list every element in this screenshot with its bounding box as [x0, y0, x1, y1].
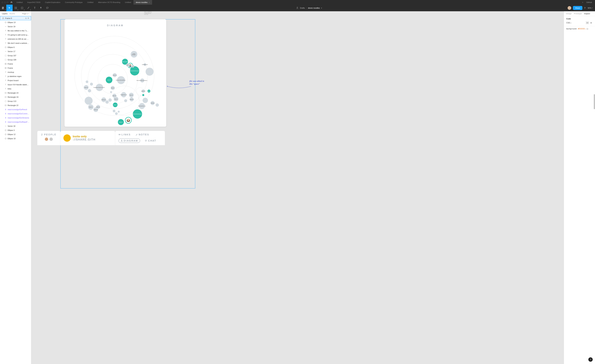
people-card[interactable]: 2 PEOPLE [37, 131, 60, 145]
move-tool[interactable]: ▾ [6, 5, 13, 11]
frame-tool[interactable]: ▾ [13, 5, 19, 11]
layer-item[interactable]: Tjs datetime regex [0, 74, 31, 78]
minimize-window[interactable] [4, 2, 6, 3]
group-icon [5, 59, 7, 61]
hand-tool[interactable] [38, 5, 44, 11]
breadcrumb: Drafts / devex noodles ▾ [50, 7, 568, 9]
css-output[interactable]: background: #E5E5E5; [564, 28, 595, 30]
notes-tab[interactable]: NOTES [136, 133, 149, 136]
diagram-tab-button[interactable]: DIAGRAM [119, 139, 140, 143]
code-view-icon[interactable]: <> [586, 21, 589, 24]
file-bubble [118, 111, 120, 113]
file-tab[interactable]: Inspo/04172020 [25, 0, 43, 5]
chat-tab[interactable]: CHAT [145, 139, 156, 143]
links-tab[interactable]: LINKS [119, 133, 131, 136]
github-link[interactable]: GitHub [585, 1, 593, 3]
maximize-window[interactable] [7, 2, 8, 3]
component-icon [5, 117, 7, 119]
prototype-tab[interactable]: Prototype [574, 13, 582, 14]
layer-item[interactable]: Tlinks [0, 87, 31, 91]
design-tab[interactable]: Design [566, 13, 572, 14]
new-tab-button[interactable]: + [581, 1, 585, 4]
layer-item[interactable]: Tmockup [0, 70, 31, 74]
layer-item[interactable]: react-icons/go/GoCommentDi... [0, 112, 31, 116]
layer-item[interactable]: Ellipse 12 [0, 132, 31, 136]
layer-item[interactable]: react-icons/go/GoPencil [0, 107, 31, 112]
layer-item[interactable]: react-icons/go/GoRepoForked [0, 120, 31, 124]
layer-item[interactable]: Ellipse 10 [0, 136, 31, 140]
layer-item[interactable]: TWe don't need a webview for ... [0, 41, 31, 45]
svg-point-43 [127, 119, 129, 121]
file-bubble: copilot.ts [147, 90, 150, 93]
file-bubble: Input.tsx [84, 85, 88, 90]
layer-item[interactable]: Vector 17 [0, 49, 31, 53]
layer-item[interactable]: Vector 18 [0, 124, 31, 128]
diagram-card[interactable]: DIAGRAM copilot-promptli...snippy.overla… [64, 19, 166, 127]
layer-item[interactable]: Rectangle 22 [0, 103, 31, 107]
layer-item[interactable]: Textension.ts:188 do we need t... [0, 37, 31, 41]
layer-item[interactable]: react-icons/go/GoVersions [0, 116, 31, 120]
file-tab[interactable]: Copilot Exploration [43, 0, 63, 5]
layer-item[interactable]: Group 109 [0, 58, 31, 62]
list-view-icon[interactable]: ☰ [589, 21, 593, 24]
layer-item[interactable]: Frame [0, 62, 31, 66]
file-tab[interactable]: devex noodles× [134, 0, 152, 5]
user-avatar[interactable] [568, 6, 571, 10]
file-bubble: App.tsx [129, 93, 134, 97]
layer-item[interactable]: Frame [0, 66, 31, 70]
right-scrollbar[interactable] [594, 94, 595, 109]
nav-card[interactable]: LINKS NOTES DIAGRAM CHAT [115, 131, 165, 145]
pen-tool[interactable]: ▾ [25, 5, 32, 11]
breadcrumb-file[interactable]: devex noodles [308, 7, 320, 9]
layer-item[interactable]: TProject board [0, 78, 31, 83]
layer-item[interactable]: Group 113 [0, 99, 31, 103]
ellipse-icon [5, 138, 7, 139]
zoom-control[interactable]: 90%▾ [588, 7, 593, 9]
layer-item[interactable]: Vector 19 [0, 24, 31, 28]
layer-item[interactable]: Ellipse 3 [0, 128, 31, 132]
home-icon[interactable] [10, 1, 13, 3]
file-tab[interactable]: Alternative OCTO Branding [96, 0, 123, 5]
layer-item[interactable]: Rectangle 24 [0, 95, 31, 99]
lock-icon[interactable] [25, 17, 27, 19]
layer-item[interactable]: Ellipse 6 [0, 45, 31, 49]
help-button[interactable]: ? [588, 357, 593, 362]
text-icon: T [5, 88, 7, 90]
window-controls[interactable] [2, 2, 8, 3]
text-tool[interactable]: T [32, 5, 38, 11]
file-tab[interactable]: Untitled [14, 0, 25, 5]
inspect-tab[interactable]: Inspect [584, 13, 590, 14]
file-tab[interactable]: Untitled [85, 0, 96, 5]
layers-tab[interactable]: Layers [2, 13, 7, 14]
svg-rect-20 [5, 55, 6, 56]
vector-icon [5, 26, 7, 27]
page-selector[interactable]: Page 1▾ [22, 13, 29, 14]
breadcrumb-folder[interactable]: Drafts [300, 7, 305, 9]
svg-rect-0 [2, 7, 3, 8]
file-tab[interactable]: Community Prototype [63, 0, 85, 5]
close-tab-icon[interactable]: × [149, 1, 150, 4]
share-button[interactable]: Share [573, 6, 582, 10]
layer-item[interactable]: TI'm going to add some great i... [0, 33, 31, 37]
vector-icon [5, 125, 7, 127]
css-format-select[interactable]: CSS ▾ [566, 22, 571, 24]
layer-item[interactable]: Group 107 [0, 53, 31, 58]
file-bubble [88, 89, 91, 92]
file-bubble [106, 100, 109, 104]
canvas[interactable]: const x = require('x');module.exports = … [31, 11, 564, 364]
close-window[interactable] [2, 2, 3, 3]
layer-item[interactable]: Ellipse 13 [0, 20, 31, 24]
file-tab[interactable]: Untitled [122, 0, 133, 5]
invite-card[interactable]: Invite only ://SHARE.GITH [60, 131, 115, 145]
layer-selected-frame[interactable]: Frame 9 [0, 16, 31, 20]
text-icon: T [5, 38, 7, 40]
comment-tool[interactable] [44, 5, 50, 11]
layer-item[interactable]: TIssue #14 Handle datetimes a... [0, 83, 31, 87]
layer-item[interactable]: Tfile was edited in this "space" [0, 28, 31, 33]
shape-tool[interactable]: ▾ [19, 5, 25, 11]
present-button[interactable] [584, 7, 586, 9]
assets-tab[interactable]: Assets [9, 13, 15, 14]
layer-item[interactable]: Rectangle 23 [0, 91, 31, 95]
main-menu-button[interactable]: ▾ [0, 5, 6, 11]
visibility-icon[interactable] [27, 17, 29, 19]
